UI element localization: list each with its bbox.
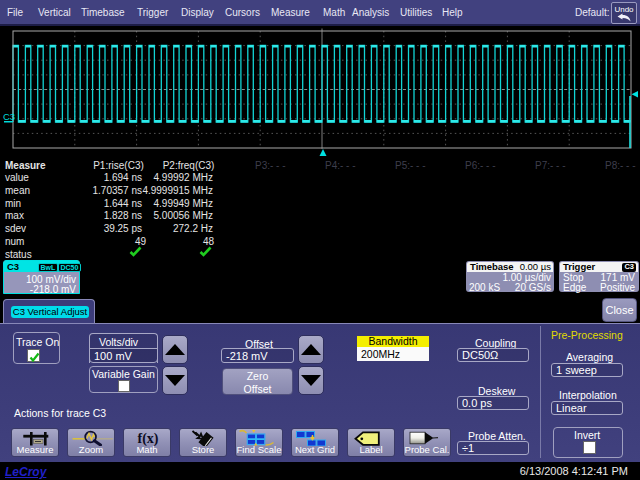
svg-text:C3: C3 — [3, 111, 15, 122]
